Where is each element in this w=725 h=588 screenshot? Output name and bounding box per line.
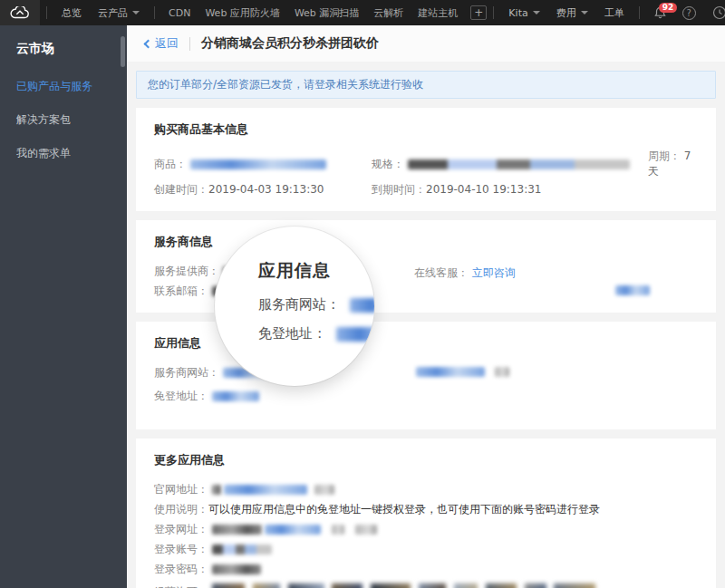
section-title: 购买商品基本信息 [154,121,698,138]
delivery-notice: 您的订单部分/全部资源已发货，请登录相关系统进行验收 [136,71,716,99]
license-image[interactable] [212,583,245,588]
ticket-menu[interactable]: 工单 [596,6,633,20]
nologin-address-label: 免登地址： [154,389,208,404]
online-service-label: 在线客服： [414,266,469,279]
redacted-nologin-value [212,391,259,401]
redacted-product-value [190,159,326,169]
nav-cloud-products-label: 云产品 [98,6,128,20]
nav-divider [154,6,155,19]
redacted-email-value [615,285,650,295]
license-image[interactable] [371,583,411,588]
login-url-label: 登录网址： [154,522,208,537]
help-button[interactable]: ? [674,6,704,20]
magnifier-section-title: 应用信息 [258,259,374,283]
spec-label: 规格： [372,157,404,172]
section-title: 更多应用信息 [154,452,698,468]
nav-cloud-products[interactable]: 云产品 [90,6,148,20]
card-basic-info: 购买商品基本信息 商品： 规格： 周期： 7天 创建时间： 2019 [136,108,716,211]
sidebar-title: 云市场 [0,25,127,70]
license-image[interactable] [253,583,280,588]
usage-note-text: 可以使用应用信息中的免登地址一键授权登录，也可使用下面的账号密码进行登录 [208,502,600,517]
product-label: 商品： [154,157,187,172]
redacted-login-url [212,525,262,535]
nav-overview-label: 总览 [62,6,82,20]
login-account-label: 登录账号： [154,542,208,557]
redacted-spec-value [408,159,630,169]
redacted-login-password [212,564,261,574]
expire-value: 2019-04-10 19:13:31 [426,183,541,196]
consult-now-link[interactable]: 立即咨询 [472,266,516,279]
license-image[interactable] [332,583,362,588]
user-menu[interactable]: Kita [500,7,547,19]
redacted-login-account [212,545,272,554]
chevron-down-icon [533,11,540,14]
help-icon: ? [682,6,696,20]
nav-right-group: Kita 费用 工单 92 ? [487,5,725,20]
page-header: 返回 分销商城会员积分秒杀拼团砍价 [127,25,725,62]
billing-menu[interactable]: 费用 [548,6,596,20]
history-button[interactable] [704,5,725,20]
license-images-row [212,583,600,588]
sidebar-item-requirements[interactable]: 我的需求单 [0,137,127,170]
expire-label: 到期时间： [372,182,426,198]
redacted-website-value [495,367,509,377]
license-image[interactable] [288,583,324,588]
ticket-label: 工单 [604,6,624,20]
provider-label: 服务提供商： [154,264,219,279]
cloud-logo-icon [10,6,30,19]
cloud-logo[interactable] [0,0,40,25]
nav-product-waf[interactable]: Web 应用防火墙 [198,6,286,20]
sidebar: 云市场 已购产品与服务 解决方案包 我的需求单 [0,25,127,588]
redacted-website-value [350,298,374,313]
official-site-label: 官网地址： [154,482,208,497]
nav-divider [639,6,640,19]
sidebar-item-purchased[interactable]: 已购产品与服务 [0,70,127,103]
billing-label: 费用 [556,6,576,20]
nav-overview[interactable]: 总览 [53,6,90,20]
section-title: 服务商信息 [154,234,698,250]
magnifier-overlay: 应用信息 服务商网站： 免登地址： [215,227,374,386]
page-title: 分销商城会员积分秒杀拼团砍价 [201,35,379,52]
redacted-login-url [265,525,321,535]
user-name: Kita [508,7,527,19]
nav-product-host[interactable]: 建站主机 [411,6,465,20]
usage-note-label: 使用说明： [154,502,208,517]
email-label: 联系邮箱： [154,284,208,299]
redacted-official-value [212,485,221,495]
period-label: 周期： [648,149,681,162]
license-image[interactable] [419,583,446,588]
magnifier-website-label: 服务商网站： [258,296,340,313]
license-image[interactable] [454,583,478,588]
history-icon [712,5,725,20]
sidebar-item-solutions[interactable]: 解决方案包 [0,103,127,137]
license-image[interactable] [525,583,546,588]
redacted-website-value [416,367,485,377]
add-product-button[interactable]: + [470,5,487,20]
license-image[interactable] [486,583,517,588]
nav-divider [493,6,494,19]
top-navbar: 总览 云产品 CDN Web 应用防火墙 Web 漏洞扫描 云解析 建站主机 +… [0,0,725,25]
login-password-label: 登录密码： [154,562,208,577]
nav-divider [46,6,47,19]
chevron-down-icon [581,11,588,14]
nav-product-scan[interactable]: Web 漏洞扫描 [287,6,366,20]
license-label: 经营许可： [154,584,208,588]
redacted-official-value [314,485,334,495]
chevron-down-icon [132,11,140,14]
redacted-login-url [355,525,377,535]
license-image[interactable] [554,583,595,588]
back-button[interactable]: 返回 [145,35,179,52]
created-value: 2019-04-03 19:13:30 [208,183,324,196]
magnifier-nologin-label: 免登地址： [258,325,326,342]
header-divider [189,37,190,51]
back-chevron-icon [144,39,153,48]
notification-button[interactable]: 92 [646,6,674,19]
provider-website-label: 服务商网站： [154,365,219,381]
created-label: 创建时间： [154,182,208,198]
redacted-login-url [332,525,344,535]
nav-product-cdn[interactable]: CDN [161,7,198,19]
nav-product-dns[interactable]: 云解析 [366,6,411,20]
sidebar-scrollbar[interactable] [121,36,125,67]
card-more-info: 更多应用信息 官网地址： 使用说明： 可以使用应用信息中的免登地址一键授权登录，… [136,439,716,588]
plus-icon: + [474,7,483,18]
